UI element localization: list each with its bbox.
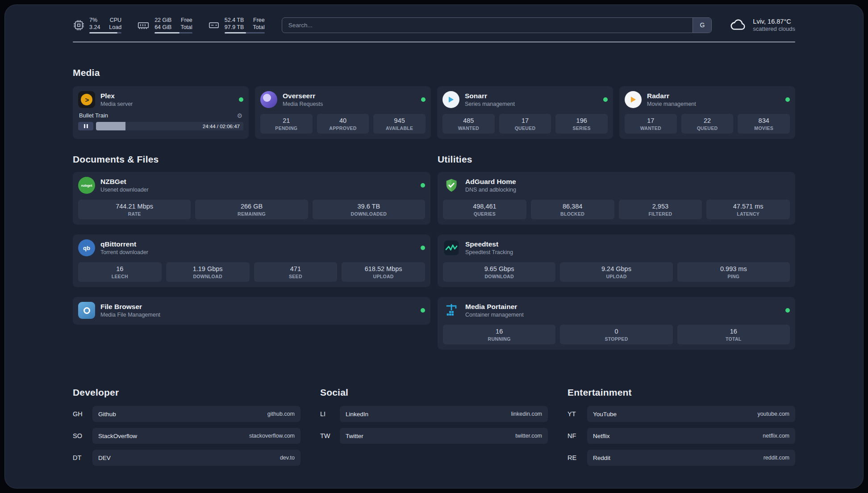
- service-card-plex[interactable]: > Plex Media server Bullet Train ⚙: [73, 86, 249, 139]
- memory-icon: [137, 19, 150, 31]
- service-description: DNS and adblocking: [465, 187, 516, 193]
- section-title-documents: Documents & Files: [73, 154, 430, 165]
- card-header: Sonarr Series management: [442, 91, 608, 109]
- bookmark-youtube[interactable]: YT YouTube youtube.com: [568, 406, 795, 422]
- search-input[interactable]: [282, 18, 693, 33]
- weather-location: Lviv, 16.87°C: [753, 18, 795, 25]
- stat-queued: 17 QUEUED: [499, 114, 551, 134]
- service-card-adguard[interactable]: AdGuard Home DNS and adblocking 498,461 …: [438, 172, 795, 225]
- bookmark-pill[interactable]: YouTube youtube.com: [587, 406, 795, 422]
- card-header: nzbget NZBGet Usenet downloader: [78, 176, 425, 194]
- speedtest-icon: [443, 239, 460, 256]
- service-card-sonarr[interactable]: Sonarr Series management 485 WANTED: [437, 86, 613, 139]
- service-card-filebrowser[interactable]: File Browser Media File Management: [73, 297, 430, 325]
- service-description: Media File Management: [100, 312, 160, 318]
- section-title-entertainment: Entertainment: [568, 387, 795, 398]
- stat-stopped: 0 STOPPED: [560, 325, 672, 344]
- service-description: Container management: [465, 312, 524, 318]
- pause-button[interactable]: [78, 122, 93, 130]
- qbittorrent-icon: qb: [78, 239, 95, 256]
- stat-wanted: 485 WANTED: [442, 114, 495, 134]
- stat-queries: 498,461 QUERIES: [443, 200, 526, 219]
- bookmark-pill[interactable]: LinkedIn linkedin.com: [340, 406, 548, 422]
- stat-running: 16 RUNNING: [443, 325, 555, 344]
- service-card-overseerr[interactable]: Overseerr Media Requests 21 PENDING: [255, 86, 431, 139]
- status-dot-online: [785, 97, 790, 102]
- cpu-icon: [73, 19, 85, 31]
- status-dot-online: [421, 183, 425, 188]
- service-name[interactable]: File Browser: [100, 303, 160, 311]
- stat-movies: 834 MOVIES: [738, 114, 790, 134]
- stat-blocked: 86,384 BLOCKED: [531, 200, 614, 219]
- disk-free-value: 52.4 TB: [225, 17, 244, 24]
- bookmark-pill[interactable]: Github github.com: [92, 406, 300, 422]
- stat-remaining: 266 GB REMAINING: [195, 200, 308, 219]
- service-card-nzbget[interactable]: nzbget NZBGet Usenet downloader 744.21 M…: [73, 172, 430, 225]
- bookmark-twitter[interactable]: TW Twitter twitter.com: [320, 428, 548, 444]
- bookmark-github[interactable]: GH Github github.com: [73, 406, 300, 422]
- search-box[interactable]: G: [282, 17, 712, 33]
- service-name[interactable]: Overseerr: [283, 92, 323, 100]
- bookmark-group-developer: Developer GH Github github.com SO StackO…: [73, 387, 300, 472]
- memory-free-value: 22 GiB: [154, 17, 171, 24]
- memory-widget: 22 GiB Free 64 GiB Total: [137, 17, 192, 33]
- bookmark-abbr: LI: [320, 410, 340, 418]
- service-name[interactable]: Media Portainer: [465, 303, 524, 311]
- memory-progress-bar: [154, 32, 192, 33]
- bookmark-pill[interactable]: DEV dev.to: [92, 450, 300, 466]
- stat-upload: 618.52 Mbps UPLOAD: [342, 262, 425, 282]
- bookmark-linkedin[interactable]: LI LinkedIn linkedin.com: [320, 406, 548, 422]
- bookmark-abbr: YT: [568, 410, 587, 418]
- status-dot-online: [785, 308, 790, 313]
- bookmark-abbr: SO: [73, 432, 92, 439]
- card-header: qb qBittorrent Torrent downloader: [78, 239, 425, 257]
- adguard-icon: [443, 177, 460, 194]
- bookmark-stackoverflow[interactable]: SO StackOverflow stackoverflow.com: [73, 428, 300, 444]
- stats-row: 17 WANTED 22 QUEUED 834 MOVIES: [625, 114, 790, 134]
- service-card-radarr[interactable]: Radarr Movie management 17 WANTED 2: [619, 86, 795, 139]
- memory-total-label: Total: [180, 24, 192, 31]
- service-name[interactable]: Sonarr: [465, 92, 515, 100]
- service-card-portainer[interactable]: Media Portainer Container management 16 …: [438, 297, 795, 350]
- section-title-media: Media: [73, 67, 795, 78]
- bookmark-pill[interactable]: Netflix netflix.com: [587, 428, 795, 444]
- card-header: Radarr Movie management: [625, 91, 790, 109]
- service-card-speedtest[interactable]: Speedtest Speedtest Tracking 9.65 Gbps D…: [438, 234, 795, 287]
- bookmark-abbr: GH: [73, 410, 92, 418]
- search-provider-button[interactable]: G: [693, 18, 711, 33]
- bookmark-pill[interactable]: Reddit reddit.com: [587, 450, 795, 466]
- disk-free-label: Free: [253, 17, 264, 24]
- service-name[interactable]: AdGuard Home: [465, 178, 516, 186]
- disk-progress-bar: [225, 32, 265, 33]
- stat-latency: 47.571 ms LATENCY: [706, 200, 790, 219]
- card-header: AdGuard Home DNS and adblocking: [443, 176, 790, 194]
- two-column-area: Documents & Files nzbget NZBGet Usenet d…: [73, 154, 795, 350]
- bookmark-dev[interactable]: DT DEV dev.to: [73, 450, 300, 466]
- bookmark-pill[interactable]: StackOverflow stackoverflow.com: [92, 428, 300, 444]
- stat-upload: 9.24 Gbps UPLOAD: [560, 262, 672, 282]
- portainer-icon: [443, 302, 460, 319]
- bookmark-pill[interactable]: Twitter twitter.com: [340, 428, 548, 444]
- service-name[interactable]: qBittorrent: [100, 240, 148, 248]
- stats-row: 485 WANTED 17 QUEUED 196 SERIES: [442, 114, 608, 134]
- service-name[interactable]: Radarr: [647, 92, 696, 100]
- service-name[interactable]: NZBGet: [100, 178, 149, 186]
- section-title-utilities: Utilities: [438, 154, 795, 165]
- stat-downloaded: 39.6 TB DOWNLOADED: [313, 200, 425, 219]
- gear-icon[interactable]: ⚙: [237, 113, 242, 119]
- bookmark-reddit[interactable]: RE Reddit reddit.com: [568, 450, 795, 466]
- stat-download: 1.19 Gbps DOWNLOAD: [166, 262, 250, 282]
- service-card-qbittorrent[interactable]: qb qBittorrent Torrent downloader 16 LEE…: [73, 234, 430, 287]
- status-dot-online: [603, 97, 608, 102]
- service-description: Speedtest Tracking: [465, 249, 513, 255]
- bookmark-abbr: DT: [73, 454, 92, 461]
- screen: 7% CPU 3.24 Load: [0, 0, 868, 493]
- status-dot-online: [421, 246, 425, 250]
- service-name[interactable]: Plex: [100, 92, 133, 100]
- sonarr-icon: [442, 91, 459, 108]
- card-header: Overseerr Media Requests: [260, 91, 426, 109]
- disk-icon: [208, 19, 220, 31]
- bookmark-netflix[interactable]: NF Netflix netflix.com: [568, 428, 795, 444]
- service-name[interactable]: Speedtest: [465, 240, 513, 248]
- playback-progress-bar[interactable]: 24:44 / 02:06:47: [96, 122, 243, 130]
